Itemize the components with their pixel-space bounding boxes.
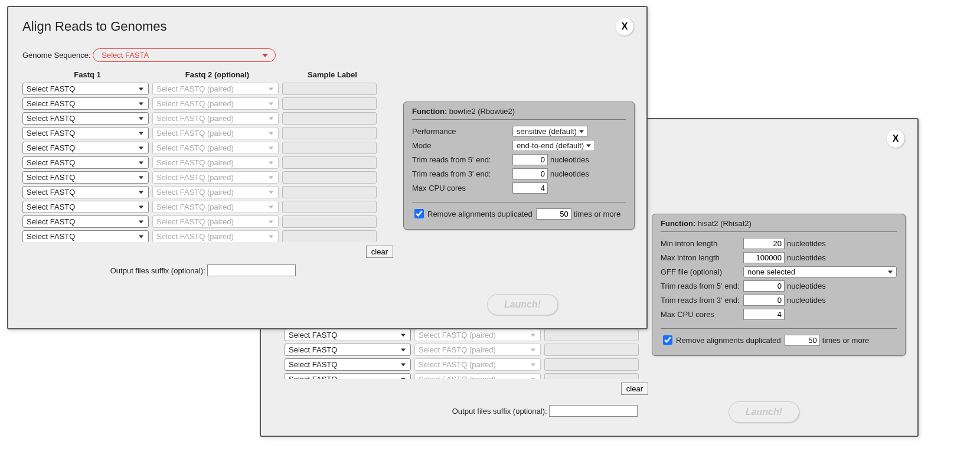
launch-button[interactable]: Launch! — [487, 294, 558, 315]
fastq2-select[interactable]: Select FASTQ (paired) — [152, 83, 279, 95]
dialog-title: Align Reads to Genomes — [22, 19, 646, 34]
fastq1-select[interactable]: Select FASTQ — [22, 83, 149, 95]
nucleotides-unit: nucleotides — [550, 155, 589, 164]
cores-label: Max CPU cores — [412, 184, 512, 192]
dup-suffix-label: times or more — [822, 336, 869, 345]
function-name: hisat2 (Rhisat2) — [698, 219, 752, 228]
fastq2-select[interactable]: Select FASTQ (paired) — [152, 97, 279, 110]
nucleotides-unit: nucleotides — [787, 253, 826, 262]
remove-dup-checkbox[interactable] — [663, 335, 672, 345]
fastq1-select[interactable]: Select FASTQ — [22, 112, 149, 125]
sample-label-input[interactable] — [544, 329, 639, 341]
min-intron-input[interactable] — [743, 238, 785, 249]
sample-label-input[interactable] — [544, 344, 639, 356]
fastq2-select[interactable]: Select FASTQ (paired) — [414, 344, 541, 356]
mode-select[interactable]: end-to-end (default) — [512, 140, 595, 151]
fastq1-select[interactable]: Select FASTQ — [22, 171, 149, 184]
fastq2-select[interactable]: Select FASTQ (paired) — [152, 127, 279, 139]
function-label: Function: — [412, 107, 447, 116]
fastq2-select[interactable]: Select FASTQ (paired) — [414, 358, 541, 371]
fastq2-select[interactable]: Select FASTQ (paired) — [152, 215, 279, 228]
fastq2-select[interactable]: Select FASTQ (paired) — [152, 171, 279, 184]
sample-label-input[interactable] — [282, 142, 377, 154]
sample-label-input[interactable] — [544, 358, 639, 371]
cores-label: Max CPU cores — [661, 310, 743, 319]
sample-label-input[interactable] — [282, 201, 377, 213]
fastq2-select[interactable]: Select FASTQ (paired) — [152, 230, 279, 242]
fastq2-select[interactable]: Select FASTQ (paired) — [414, 373, 541, 379]
close-button[interactable]: X — [887, 130, 904, 148]
nucleotides-unit: nucleotides — [787, 282, 826, 290]
fastq1-select[interactable]: Select FASTQ — [22, 127, 149, 139]
trim3-input[interactable] — [743, 295, 785, 306]
sample-label-input[interactable] — [282, 186, 377, 198]
function-name: bowtie2 (Rbowtie2) — [449, 107, 515, 116]
sample-label-input[interactable] — [544, 373, 639, 379]
fastq2-select[interactable]: Select FASTQ (paired) — [152, 201, 279, 213]
trim3-input[interactable] — [512, 168, 548, 179]
sample-label-input[interactable] — [282, 215, 377, 228]
fastq2-select[interactable]: Select FASTQ (paired) — [152, 142, 279, 154]
fastq2-select[interactable]: Select FASTQ (paired) — [152, 112, 279, 125]
min-intron-label: Min intron length — [661, 239, 743, 248]
fastq1-select[interactable]: Select FASTQ — [285, 358, 411, 371]
fastq-row: Select FASTQ Select FASTQ (paired) — [285, 329, 656, 341]
fastq1-select[interactable]: Select FASTQ — [22, 97, 149, 110]
fastq1-select[interactable]: Select FASTQ — [22, 142, 149, 154]
fastq-list-scroll[interactable]: Select FASTQ Select FASTQ (paired) Selec… — [285, 329, 660, 379]
bowtie2-param-panel: Function: bowtie2 (Rbowtie2) Performance… — [403, 102, 635, 230]
trim5-input[interactable] — [512, 154, 548, 165]
sample-label-input[interactable] — [282, 156, 377, 169]
hisat2-param-panel: Function: hisat2 (Rhisat2) Min intron le… — [652, 214, 906, 356]
launch-button[interactable]: Launch! — [729, 401, 799, 423]
output-suffix-input[interactable] — [207, 264, 296, 276]
fastq2-select[interactable]: Select FASTQ (paired) — [414, 329, 541, 341]
col-header-fastq1: Fastq 1 — [22, 70, 152, 79]
trim5-label: Trim reads from 5' end: — [412, 155, 512, 164]
fastq-row: Select FASTQSelect FASTQ (paired) — [22, 112, 394, 125]
genome-sequence-select[interactable]: Select FASTA — [93, 48, 276, 62]
fastq1-select[interactable]: Select FASTQ — [22, 156, 149, 169]
fastq-row: Select FASTQSelect FASTQ (paired) — [22, 186, 394, 198]
nucleotides-unit: nucleotides — [550, 169, 589, 178]
cores-input[interactable] — [512, 182, 548, 194]
remove-dup-checkbox[interactable] — [414, 209, 424, 218]
remove-dup-label: Remove alignments duplicated — [676, 336, 781, 345]
clear-button[interactable]: clear — [366, 246, 393, 258]
sample-label-input[interactable] — [282, 97, 377, 110]
fastq2-select[interactable]: Select FASTQ (paired) — [152, 186, 279, 198]
fastq1-select[interactable]: Select FASTQ — [285, 373, 411, 379]
mode-label: Mode — [412, 141, 512, 150]
sample-label-input[interactable] — [282, 171, 377, 184]
sample-label-input[interactable] — [282, 112, 377, 125]
trim5-label: Trim reads from 5' end: — [661, 282, 743, 290]
sample-label-input[interactable] — [282, 127, 377, 139]
trim5-input[interactable] — [743, 280, 785, 292]
fastq1-select[interactable]: Select FASTQ — [285, 344, 411, 356]
fastq-row: Select FASTQSelect FASTQ (paired) — [22, 156, 394, 169]
cores-input[interactable] — [743, 309, 785, 320]
dup-count-input[interactable] — [785, 335, 820, 346]
trim3-label: Trim reads from 3' end: — [412, 169, 512, 178]
sample-label-input[interactable] — [282, 83, 377, 95]
fastq1-select[interactable]: Select FASTQ — [22, 215, 149, 228]
fastq1-select[interactable]: Select FASTQ — [22, 201, 149, 213]
nucleotides-unit: nucleotides — [787, 296, 826, 305]
max-intron-input[interactable] — [743, 252, 785, 263]
sample-label-input[interactable] — [282, 230, 377, 242]
fastq1-select[interactable]: Select FASTQ — [22, 186, 149, 198]
fastq-row: Select FASTQSelect FASTQ (paired) — [22, 171, 394, 184]
fastq-list-scroll[interactable]: Select FASTQSelect FASTQ (paired)Select … — [22, 83, 398, 242]
output-suffix-label: Output files suffix (optional): — [110, 266, 205, 275]
gff-file-select[interactable]: none selected — [743, 266, 897, 277]
dup-count-input[interactable] — [536, 208, 571, 220]
fastq-row: Select FASTQSelect FASTQ (paired) — [22, 201, 394, 213]
genome-sequence-label: Genome Sequence: — [22, 51, 91, 60]
clear-button[interactable]: clear — [621, 383, 648, 395]
output-suffix-input[interactable] — [549, 405, 638, 417]
performance-select[interactable]: sensitive (default) — [512, 126, 588, 137]
fastq1-select[interactable]: Select FASTQ — [22, 230, 149, 242]
close-button[interactable]: X — [616, 18, 633, 35]
fastq2-select[interactable]: Select FASTQ (paired) — [152, 156, 279, 169]
fastq1-select[interactable]: Select FASTQ — [285, 329, 411, 341]
